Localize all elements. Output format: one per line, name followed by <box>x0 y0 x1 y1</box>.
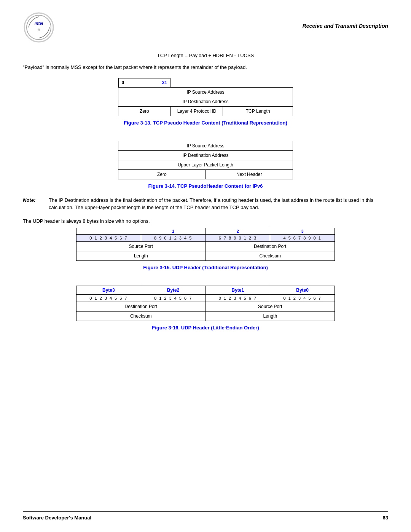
figure13-table: 0 31 IP Source Address IP Destination Ad… <box>118 78 293 116</box>
header-title: Receive and Transmit Description <box>303 23 388 29</box>
figure14-caption: Figure 3-14. TCP PseudoHeader Content fo… <box>23 183 388 189</box>
svg-text:intel: intel <box>35 21 44 26</box>
table-row: 0 31 <box>118 78 293 88</box>
page-footer: Software Developer's Manual 63 <box>23 511 388 521</box>
table-row: Length Checksum <box>76 251 335 260</box>
udp-note: The UDP header is always 8 bytes in size… <box>23 218 388 224</box>
table-row: IP Destination Address <box>118 150 293 160</box>
footer-left: Software Developer's Manual <box>23 515 91 521</box>
ip-source-address-v6: IP Source Address <box>118 141 293 150</box>
page-header: intel ® Receive and Transmit Description <box>23 11 388 45</box>
figure16-table: Byte3 Byte2 Byte1 Byte0 0 1 2 3 4 5 6 7 … <box>76 286 335 321</box>
table-row: IP Source Address <box>118 87 293 97</box>
svg-point-1 <box>27 15 51 40</box>
table-row: Upper Layer Packet Length <box>118 160 293 169</box>
figure13-table-wrapper: 0 31 IP Source Address IP Destination Ad… <box>23 78 388 116</box>
zero-v6: Zero <box>118 169 206 179</box>
figure13-caption: Figure 3-13. TCP Pseudo Header Content (… <box>23 120 388 126</box>
note-section: Note: The IP Destination address is the … <box>23 197 388 211</box>
main-content: TCP Length = Payload + HDRLEN - TUCSS "P… <box>23 53 388 331</box>
ip-destination-address-v6: IP Destination Address <box>118 150 293 160</box>
table-row: 0 1 2 3 4 5 6 7 8 9 0 1 2 3 4 5 6 7 8 9 … <box>76 234 335 241</box>
figure16-table-wrapper: Byte3 Byte2 Byte1 Byte0 0 1 2 3 4 5 6 7 … <box>23 286 388 321</box>
figure15-table-wrapper: 1 2 3 0 1 2 3 4 5 6 7 8 9 0 1 2 3 4 5 6 … <box>23 228 388 261</box>
ip-destination-address: IP Destination Address <box>118 97 293 106</box>
zero-cell: Zero <box>118 106 171 116</box>
figure15-caption: Figure 3-15. UDP Header (Traditional Rep… <box>23 265 388 270</box>
intel-logo: intel ® <box>23 11 55 45</box>
table-row: 1 2 3 <box>76 228 335 234</box>
tcp-formula: TCP Length = Payload + HDRLEN - TUCSS <box>23 53 388 58</box>
note-label: Note: <box>23 197 46 211</box>
note-text: The IP Destination address is the final … <box>49 197 388 211</box>
table-row: Source Port Destination Port <box>76 241 335 251</box>
bit-end: 31 <box>162 80 167 85</box>
next-header: Next Header <box>206 169 293 179</box>
payload-description: "Payload" is normally MSS except for the… <box>23 64 388 71</box>
figure15-bit-table: 1 2 3 0 1 2 3 4 5 6 7 8 9 0 1 2 3 4 5 6 … <box>76 228 335 261</box>
figure14-table: IP Source Address IP Destination Address… <box>118 141 293 179</box>
table-row: Destination Port Source Port <box>76 302 335 311</box>
table-row: Checksum Length <box>76 311 335 321</box>
table-row: Byte3 Byte2 Byte1 Byte0 <box>76 286 335 294</box>
bit-start: 0 <box>122 80 124 85</box>
table-row: IP Source Address <box>118 141 293 150</box>
ip-source-address: IP Source Address <box>118 87 293 97</box>
layer4-protocol: Layer 4 Protocol ID <box>170 106 223 116</box>
figure16-caption: Figure 3-16. UDP Header (Little-Endian O… <box>23 325 388 331</box>
figure14-table-wrapper: IP Source Address IP Destination Address… <box>23 141 388 179</box>
table-row: Zero Layer 4 Protocol ID TCP Length <box>118 106 293 116</box>
upper-layer-packet-length: Upper Layer Packet Length <box>118 160 293 169</box>
table-row: 0 1 2 3 4 5 6 7 0 1 2 3 4 5 6 7 0 1 2 3 … <box>76 294 335 302</box>
footer-right: 63 <box>383 515 388 521</box>
table-row: Zero Next Header <box>118 169 293 179</box>
svg-text:®: ® <box>38 28 40 32</box>
table-row: IP Destination Address <box>118 97 293 106</box>
tcp-length: TCP Length <box>223 106 293 116</box>
